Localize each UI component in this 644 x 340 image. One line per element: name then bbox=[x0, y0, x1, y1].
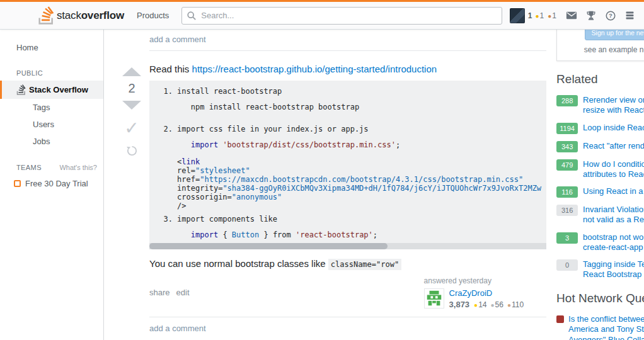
related-question-link[interactable]: Tagging inside Text Area in React Bootst… bbox=[583, 259, 644, 280]
related-question-row: 0Tagging inside Text Area in React Boots… bbox=[556, 259, 644, 280]
related-question-row: 479How do I conditionally add attributes… bbox=[556, 159, 644, 180]
code-line: npm install react-bootstrap bootstrap bbox=[154, 103, 541, 111]
inline-code: className="row" bbox=[328, 259, 401, 270]
site-icon bbox=[556, 315, 564, 323]
whats-this-link[interactable]: What's this? bbox=[59, 164, 97, 171]
logo-wordmark: stackoverflow bbox=[57, 9, 124, 22]
inbox-icon[interactable] bbox=[566, 11, 577, 20]
stackoverflow-logo[interactable]: stackoverflow bbox=[33, 6, 129, 25]
help-icon[interactable]: ? bbox=[605, 10, 616, 21]
search-input[interactable] bbox=[181, 7, 502, 25]
sidebar-item-free-trial[interactable]: Free 30 Day Trial bbox=[0, 175, 103, 192]
related-question-link[interactable]: Loop inside React JSX bbox=[583, 123, 644, 133]
answerer-badges: ●14●56●110 bbox=[474, 300, 524, 309]
answer-intro-text: Read this bbox=[149, 64, 192, 74]
teams-icon bbox=[14, 180, 21, 187]
related-question-row: 343React "after render" code? bbox=[556, 141, 644, 152]
answerer-username-link[interactable]: CraZyDroiD bbox=[449, 288, 524, 298]
related-question-link[interactable]: Rerender view on browser resize with Rea… bbox=[583, 95, 644, 116]
bronze-badge-icon: ● bbox=[548, 13, 551, 20]
related-vote-count: 3 bbox=[556, 232, 578, 244]
code-line: crossorigin="anonymous" bbox=[154, 193, 541, 201]
sidebar-item-stack-overflow[interactable]: Stack Overflow bbox=[0, 81, 103, 99]
sidebar-section-teams: TEAMS What's this? bbox=[0, 160, 103, 175]
site-switcher-icon[interactable] bbox=[624, 10, 635, 21]
answer-outro-paragraph: You can use normal bootstrap classes lik… bbox=[149, 258, 546, 269]
comments-section-bottom: add a comment bbox=[149, 317, 546, 340]
share-link[interactable]: share bbox=[149, 288, 170, 309]
hot-question-link[interactable]: Is the conflict between Captain America … bbox=[568, 314, 644, 340]
related-question-link[interactable]: React "after render" code? bbox=[583, 141, 644, 151]
related-question-link[interactable]: bootstrap not working within my create-r… bbox=[583, 232, 644, 253]
answer-footer: share edit answered yesterday bbox=[149, 276, 546, 317]
gold-badge: ●1 bbox=[536, 11, 544, 20]
related-question-row: 316Invariant Violation: Objects are not … bbox=[556, 205, 644, 225]
code-line: 2. import css file in your index.js or a… bbox=[154, 125, 541, 133]
gold-badge-icon: ● bbox=[536, 13, 539, 20]
related-vote-count: 343 bbox=[556, 141, 578, 152]
accept-answer-check-icon[interactable]: ✓ bbox=[124, 120, 139, 137]
hot-list: Is the conflict between Captain America … bbox=[556, 314, 644, 340]
topbar-badges: ●1●1 bbox=[536, 11, 556, 20]
newsletter-example-link[interactable]: see an example newsletter bbox=[563, 45, 644, 54]
sidebar-item-label: Stack Overflow bbox=[29, 85, 88, 94]
related-question-link[interactable]: Using React in a multi-page app bbox=[583, 186, 644, 196]
free-trial-label: Free 30 Day Trial bbox=[25, 179, 88, 188]
answer-body: Read this https://react-bootstrap.github… bbox=[149, 51, 546, 340]
achievements-trophy-icon[interactable] bbox=[585, 10, 597, 21]
sidebar-section-public: PUBLIC bbox=[0, 65, 103, 81]
user-profile[interactable]: 1 ●1●1 bbox=[510, 8, 556, 23]
user-avatar[interactable] bbox=[510, 8, 525, 23]
products-menu[interactable]: Products bbox=[129, 11, 176, 20]
topbar-actions: 1 ●1●1 ? bbox=[510, 8, 635, 23]
add-comment-link-bottom[interactable]: add a comment bbox=[149, 324, 206, 333]
edit-link[interactable]: edit bbox=[176, 288, 190, 309]
newsletter-signup-button[interactable]: Sign up for the newsletter bbox=[585, 30, 644, 40]
code-line: href="https://maxcdn.bootstrapcdn.com/bo… bbox=[154, 175, 541, 184]
code-line: 1. install react-bootstrap bbox=[154, 87, 541, 96]
code-line: import { Button } from 'react-bootstrap'… bbox=[154, 230, 541, 239]
answer: 2 ✓ Read this https://react-bootstrap.gi… bbox=[114, 51, 546, 340]
bronze-badge: ●1 bbox=[548, 11, 556, 20]
related-question-row: 288Rerender view on browser resize with … bbox=[556, 95, 644, 116]
sidebar-item-tags[interactable]: Tags bbox=[0, 99, 103, 116]
sidebar-item-jobs[interactable]: Jobs bbox=[0, 133, 103, 150]
silver-badge-icon: ● bbox=[491, 302, 495, 309]
reputation-score: 1 bbox=[528, 11, 532, 20]
right-sidebar: Sign up for the newsletter see an exampl… bbox=[556, 30, 644, 340]
sidebar-item-users[interactable]: Users bbox=[0, 116, 103, 133]
sidebar-item-home[interactable]: Home bbox=[0, 40, 103, 55]
related-question-link[interactable]: How do I conditionally add attributes to… bbox=[583, 159, 644, 180]
logo-text-stack: stack bbox=[57, 9, 81, 21]
stackoverflow-logo-icon bbox=[38, 6, 54, 25]
page-content: Home PUBLIC Stack Overflow Tags Users Jo… bbox=[0, 30, 644, 340]
code-line: <link bbox=[154, 157, 541, 166]
newsletter-signup-module: Sign up for the newsletter see an exampl… bbox=[556, 30, 644, 61]
add-comment-link-top[interactable]: add a comment bbox=[149, 35, 206, 44]
post-menu: share edit bbox=[149, 276, 190, 309]
related-vote-count: 288 bbox=[556, 95, 578, 106]
code-line: 3. import components like bbox=[154, 215, 541, 224]
vote-column: 2 ✓ bbox=[114, 51, 149, 340]
svg-text:?: ? bbox=[609, 12, 612, 19]
revision-history-icon[interactable] bbox=[126, 145, 138, 157]
answer-intro-link[interactable]: https://react-bootstrap.github.io/gettin… bbox=[192, 64, 437, 74]
related-question-link[interactable]: Invariant Violation: Objects are not val… bbox=[583, 205, 644, 225]
gold-badge: ●14 bbox=[474, 300, 486, 309]
answerer-avatar[interactable] bbox=[424, 288, 444, 309]
search-icon bbox=[187, 11, 197, 23]
answer-outro-text: You can use normal bootstrap classes lik… bbox=[149, 258, 328, 269]
code-scrollbar-thumb[interactable] bbox=[149, 243, 388, 249]
code-line: rel="stylesheet" bbox=[154, 166, 541, 175]
code-line: integrity="sha384-ggOyR0iXCbMQv3Xipma34M… bbox=[154, 184, 541, 193]
teams-label: TEAMS bbox=[16, 164, 42, 171]
code-horizontal-scrollbar bbox=[149, 243, 546, 249]
hot-question-row: Is the conflict between Captain America … bbox=[556, 314, 644, 340]
answer-main-column: add a comment 2 ✓ Read this https://reac… bbox=[104, 30, 546, 340]
related-question-row: 1194Loop inside React JSX bbox=[556, 123, 644, 134]
answer-intro-paragraph: Read this https://react-bootstrap.github… bbox=[149, 64, 546, 74]
upvote-arrow-icon[interactable] bbox=[122, 67, 141, 76]
top-navigation-bar: stackoverflow Products 1 ●1●1 ? bbox=[0, 0, 644, 30]
downvote-arrow-icon[interactable] bbox=[122, 101, 141, 110]
related-vote-count: 1194 bbox=[556, 123, 578, 134]
